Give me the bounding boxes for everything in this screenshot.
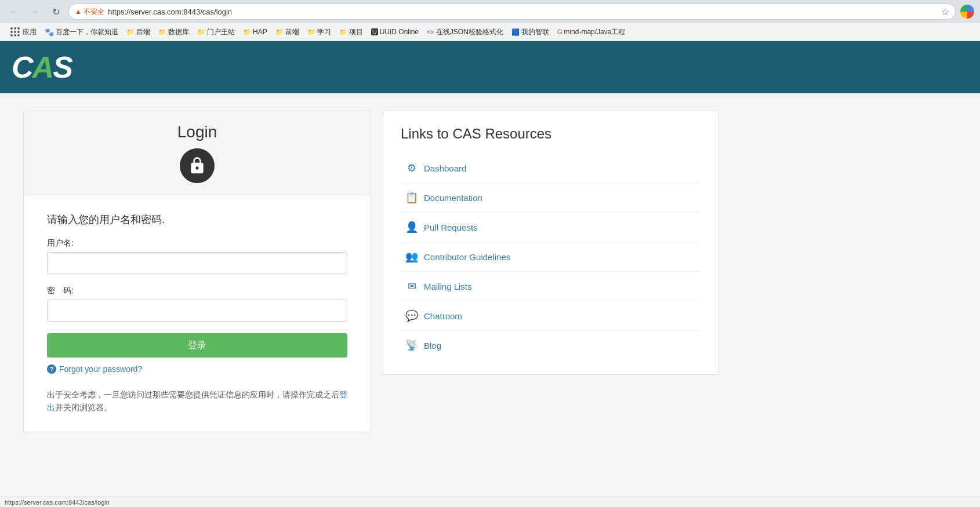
resource-item-documentation: 📋 Documentation — [401, 183, 701, 213]
bookmark-project[interactable]: 📁 项目 — [336, 26, 366, 38]
bookmarks-bar: 应用 🐾 百度一下，你就知道 📁 后端 📁 数据库 📁 门户王站 📁 HAP 📁… — [0, 23, 980, 41]
chatroom-link[interactable]: 💬 Chatroom — [401, 301, 701, 330]
main-content: Login 请输入您的用户名和密码. 用户名: 密 码: 登录 ? Forgot… — [0, 93, 928, 450]
bookmark-portal[interactable]: 📁 门户王站 — [194, 26, 238, 38]
people-icon: 👤 — [405, 221, 418, 234]
security-warning: ▲ 不安全 — [75, 7, 104, 17]
bookmark-hap-label: HAP — [253, 28, 267, 36]
bookmark-study[interactable]: 📁 学习 — [304, 26, 335, 38]
apps-label: 应用 — [23, 27, 37, 37]
bookmark-study-label: 学习 — [317, 27, 331, 37]
pull-requests-link[interactable]: 👤 Pull Requests — [401, 213, 701, 242]
cas-logo: CAS — [12, 50, 72, 85]
security-notice: 出于安全考虑，一旦您访问过那些需要您提供凭证信息的应用时，请操作完成之后登出并关… — [47, 388, 347, 414]
forgot-password-text: Forgot your password? — [59, 364, 142, 374]
bookmark-portal-label: 门户王站 — [207, 27, 235, 37]
reload-button[interactable]: ↻ — [48, 3, 64, 20]
bookmark-database-label: 数据库 — [168, 27, 189, 37]
resource-item-mailing: ✉ Mailing Lists — [401, 272, 701, 301]
resource-item-pull-requests: 👤 Pull Requests — [401, 213, 701, 242]
login-body: 请输入您的用户名和密码. 用户名: 密 码: 登录 ? Forgot your … — [24, 195, 371, 432]
bookmark-frontend-label: 前端 — [285, 27, 299, 37]
bookmark-uuid[interactable]: U UUID Online — [368, 27, 422, 37]
url-text: https://server.cas.com:8443/cas/login — [108, 8, 232, 16]
username-group: 用户名: — [47, 238, 347, 274]
mail-icon: ✉ — [405, 280, 418, 293]
resource-list: ⚙ Dashboard 📋 Documentation 👤 Pull Reque… — [401, 154, 701, 360]
browser-chrome: ← → ↻ ▲ 不安全 https://server.cas.com:8443/… — [0, 0, 980, 41]
bookmark-zhilian-label: 我的智联 — [521, 27, 549, 37]
bookmark-json[interactable]: <> 在线JSON校验格式化 — [423, 26, 507, 38]
apps-grid[interactable]: 应用 — [6, 25, 40, 39]
forward-button[interactable]: → — [27, 3, 43, 20]
bookmark-zhilian[interactable]: 🟦 我的智联 — [508, 26, 553, 38]
bookmark-baidu[interactable]: 🐾 百度一下，你就知道 — [41, 26, 122, 38]
chatroom-label: Chatroom — [424, 311, 462, 321]
resource-item-blog: 📡 Blog — [401, 331, 701, 360]
pull-requests-label: Pull Requests — [424, 223, 478, 232]
lock-svg — [188, 156, 206, 175]
contributor-link[interactable]: 👥 Contributor Guidelines — [401, 242, 701, 271]
password-label: 密 码: — [47, 286, 347, 296]
resource-item-contributor: 👥 Contributor Guidelines — [401, 242, 701, 272]
browser-titlebar: ← → ↻ ▲ 不安全 https://server.cas.com:8443/… — [0, 0, 980, 23]
back-button[interactable]: ← — [6, 3, 22, 20]
login-header: Login — [24, 111, 371, 195]
bookmark-frontend[interactable]: 📁 前端 — [272, 26, 303, 38]
bookmark-backend[interactable]: 📁 后端 — [123, 26, 154, 38]
login-button[interactable]: 登录 — [47, 333, 347, 358]
lock-icon — [180, 148, 215, 183]
forgot-password-link[interactable]: ? Forgot your password? — [47, 364, 347, 374]
gear-icon: ⚙ — [405, 162, 418, 174]
site-header: CAS — [0, 41, 980, 93]
google-icon — [960, 5, 974, 19]
documentation-label: Documentation — [424, 193, 482, 203]
password-input[interactable] — [47, 300, 347, 322]
contributor-label: Contributor Guidelines — [424, 252, 510, 262]
bookmark-hap[interactable]: 📁 HAP — [239, 27, 271, 37]
resources-panel: Links to CAS Resources ⚙ Dashboard 📋 Doc… — [383, 111, 719, 375]
bookmark-mindmap-label: mind-map/Java工程 — [564, 27, 625, 37]
doc-icon: 📋 — [405, 191, 418, 204]
resources-title: Links to CAS Resources — [401, 126, 701, 142]
chat-icon: 💬 — [405, 309, 418, 322]
username-label: 用户名: — [47, 238, 347, 249]
blog-label: Blog — [424, 341, 441, 351]
mailing-label: Mailing Lists — [424, 282, 472, 291]
bookmark-backend-label: 后端 — [136, 27, 150, 37]
help-icon: ? — [47, 364, 56, 374]
login-instruction: 请输入您的用户名和密码. — [47, 213, 347, 227]
password-group: 密 码: — [47, 286, 347, 322]
bookmark-mindmap[interactable]: G mind-map/Java工程 — [554, 26, 629, 38]
bookmark-star[interactable]: ☆ — [941, 6, 949, 17]
dashboard-label: Dashboard — [424, 163, 466, 173]
security-notice-text1: 出于安全考虑，一旦您访问过那些需要您提供凭证信息的应用时，请操作完成之后 — [47, 390, 339, 399]
bookmark-project-label: 项目 — [349, 27, 363, 37]
bookmark-uuid-label: UUID Online — [380, 28, 419, 36]
resource-item-chatroom: 💬 Chatroom — [401, 301, 701, 331]
login-title: Login — [35, 123, 359, 141]
contributor-icon: 👥 — [405, 250, 418, 263]
blog-link[interactable]: 📡 Blog — [401, 331, 701, 360]
address-bar[interactable]: ▲ 不安全 https://server.cas.com:8443/cas/lo… — [68, 3, 956, 20]
resource-item-dashboard: ⚙ Dashboard — [401, 154, 701, 183]
bookmark-baidu-label: 百度一下，你就知道 — [56, 27, 118, 37]
security-notice-text2: 并关闭浏览器。 — [55, 403, 112, 412]
bookmark-json-label: 在线JSON校验格式化 — [436, 27, 503, 37]
login-panel: Login 请输入您的用户名和密码. 用户名: 密 码: 登录 ? Forgot… — [23, 111, 371, 432]
bookmark-database[interactable]: 📁 数据库 — [155, 26, 193, 38]
mailing-link[interactable]: ✉ Mailing Lists — [401, 272, 701, 301]
username-input[interactable] — [47, 252, 347, 274]
documentation-link[interactable]: 📋 Documentation — [401, 183, 701, 212]
dashboard-link[interactable]: ⚙ Dashboard — [401, 154, 701, 183]
rss-icon: 📡 — [405, 339, 418, 352]
